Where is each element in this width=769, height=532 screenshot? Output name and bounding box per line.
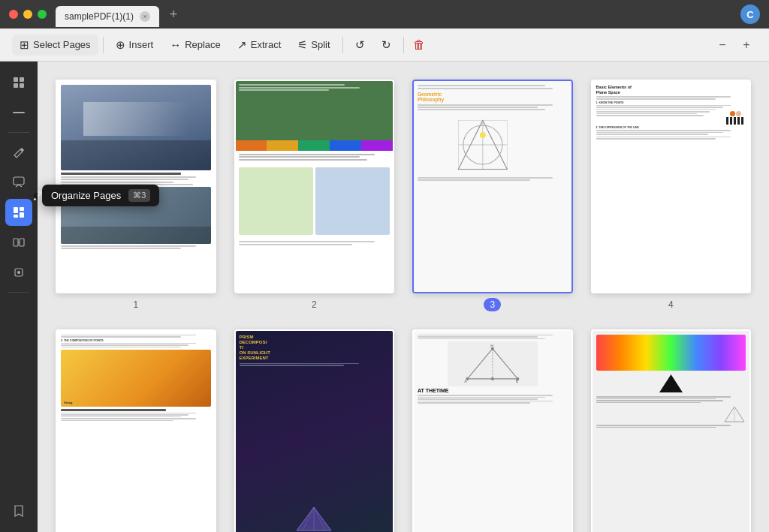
split-icon: ⚟ [297, 38, 307, 52]
sidebar-separator-2 [8, 292, 29, 293]
extract-button[interactable]: ↗ Extract [230, 35, 288, 56]
svg-rect-2 [14, 83, 18, 88]
add-tab-button[interactable]: + [165, 6, 182, 23]
close-window-button[interactable] [9, 10, 18, 19]
svg-rect-10 [14, 239, 18, 246]
active-tab[interactable]: samplePDF(1)(1) × [56, 6, 159, 27]
select-pages-icon: ⊞ [20, 38, 29, 52]
tooltip-shortcut: ⌘3 [128, 189, 150, 202]
extract-label: Extract [251, 39, 281, 50]
svg-text:A: A [464, 379, 467, 383]
page-item-5[interactable]: 3. THE COMPOSITION OF POINTS String [56, 329, 216, 532]
toolbar-divider-3 [403, 37, 404, 53]
page-thumb-4[interactable]: Basic Elements ofPlane Space 1. KNOW THE… [591, 80, 752, 293]
rotate-right-button[interactable]: ↻ [374, 35, 399, 56]
svg-line-26 [493, 349, 517, 379]
tab-bar: samplePDF(1)(1) × + [56, 2, 740, 27]
zoom-controls: − + [712, 35, 757, 56]
minus-icon [13, 112, 25, 113]
svg-rect-9 [20, 212, 24, 218]
sidebar-btn-organize[interactable] [5, 199, 32, 226]
organize-icon [13, 206, 25, 218]
zoom-in-button[interactable]: + [736, 35, 757, 56]
sidebar-btn-combine[interactable] [5, 229, 32, 256]
tooltip: Organize Pages ⌘3 [42, 185, 159, 206]
split-button[interactable]: ⚟ Split [290, 35, 337, 56]
home-icon [12, 76, 26, 89]
svg-point-19 [480, 132, 486, 138]
delete-button[interactable]: 🗑 [409, 35, 430, 56]
svg-text:B: B [516, 379, 519, 383]
page-grid-container[interactable]: 1 [38, 62, 769, 532]
svg-marker-35 [659, 374, 683, 392]
page-thumb-2[interactable] [234, 80, 395, 293]
split-label: Split [311, 39, 330, 50]
svg-rect-11 [20, 239, 24, 246]
svg-rect-8 [14, 215, 18, 218]
svg-rect-5 [14, 177, 24, 185]
page-thumb-5[interactable]: 3. THE COMPOSITION OF POINTS String [56, 329, 216, 532]
rotate-left-button[interactable]: ↺ [348, 35, 372, 56]
replace-label: Replace [185, 39, 221, 50]
tab-title: samplePDF(1)(1) [65, 11, 134, 22]
main-content: Organize Pages ⌘3 [0, 62, 769, 532]
zoom-out-button[interactable]: − [712, 35, 733, 56]
page-number-1: 1 [127, 298, 144, 311]
insert-label: Insert [129, 39, 154, 50]
svg-rect-6 [14, 207, 18, 213]
replace-button[interactable]: ↔ Replace [162, 35, 228, 55]
select-pages-button[interactable]: ⊞ Select Pages [12, 35, 98, 56]
page-thumb-7[interactable]: A B H AT THETIME [412, 329, 573, 532]
geometry-diagram: A B H [452, 344, 533, 384]
svg-text:H: H [490, 344, 493, 348]
page-item-4[interactable]: Basic Elements ofPlane Space 1. KNOW THE… [591, 80, 752, 311]
geometric-diagram [440, 116, 545, 174]
insert-icon: ⊕ [116, 38, 125, 52]
page-item-8[interactable]: 8 [591, 329, 752, 532]
page-grid: 1 [56, 80, 751, 532]
page-item-2[interactable]: 2 [234, 80, 395, 311]
page-thumb-8[interactable] [591, 329, 752, 532]
combine-icon [13, 236, 25, 248]
rotate-left-icon: ↺ [355, 38, 365, 52]
svg-point-30 [491, 377, 494, 380]
sidebar-btn-home[interactable] [5, 69, 32, 96]
sidebar-btn-minus[interactable] [5, 99, 32, 126]
page-item-3[interactable]: GeometricPhilosophy [412, 80, 573, 311]
toolbar-divider-2 [342, 37, 343, 53]
minimize-window-button[interactable] [23, 10, 32, 19]
sidebar-btn-annotate[interactable] [5, 169, 32, 196]
svg-rect-4 [13, 112, 25, 113]
maximize-window-button[interactable] [38, 10, 47, 19]
page-number-4: 4 [662, 298, 680, 311]
triangle-shape [658, 373, 684, 394]
page-item-6[interactable]: PRISMDECOMPOSITION SUNLIGHTEXPERIMENT [234, 329, 395, 532]
svg-rect-7 [20, 207, 24, 211]
user-avatar[interactable]: C [740, 5, 760, 24]
extract-icon: ↗ [237, 38, 247, 52]
page-thumb-6[interactable]: PRISMDECOMPOSITION SUNLIGHTEXPERIMENT [234, 329, 395, 532]
left-sidebar [0, 62, 38, 532]
select-pages-label: Select Pages [33, 39, 91, 50]
sidebar-btn-bookmark[interactable] [5, 497, 32, 524]
page-item-7[interactable]: A B H AT THETIME 7 [412, 329, 573, 532]
svg-rect-1 [20, 77, 24, 82]
sidebar-btn-edit[interactable] [5, 139, 32, 166]
toolbar-divider-1 [103, 37, 104, 53]
tooltip-label: Organize Pages [51, 190, 121, 201]
bookmark-icon [14, 505, 24, 517]
replace-icon: ↔ [170, 38, 181, 51]
insert-button[interactable]: ⊕ Insert [108, 35, 161, 56]
svg-line-25 [467, 349, 492, 379]
sidebar-btn-plugin[interactable] [5, 259, 32, 286]
svg-point-13 [17, 271, 20, 274]
tab-close-button[interactable]: × [140, 11, 150, 22]
page-number-3: 3 [484, 298, 501, 311]
prism-pyramid [295, 506, 333, 532]
plugin-icon [13, 266, 25, 278]
small-triangle [723, 405, 746, 423]
edit-icon [13, 146, 25, 158]
page-thumb-3[interactable]: GeometricPhilosophy [412, 80, 573, 293]
page-number-2: 2 [306, 298, 323, 311]
svg-rect-0 [14, 77, 18, 82]
